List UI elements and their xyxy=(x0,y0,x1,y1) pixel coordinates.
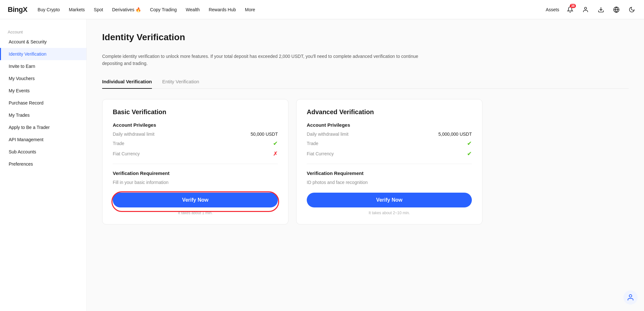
sidebar-item-sub-accounts[interactable]: Sub Accounts xyxy=(0,146,86,158)
basic-withdrawal-value: 50,000 USDT xyxy=(251,132,278,137)
floating-user-icon[interactable] xyxy=(623,290,638,305)
basic-card-title: Basic Verification xyxy=(113,108,278,116)
download-icon[interactable] xyxy=(596,5,605,14)
sidebar-item-my-trades[interactable]: My Trades xyxy=(0,109,86,121)
globe-icon[interactable] xyxy=(612,5,621,14)
basic-row-trade: Trade ✔ xyxy=(113,140,278,147)
sidebar: Account Account & Security Identity Veri… xyxy=(0,19,87,311)
page-title: Identity Verification xyxy=(102,32,629,42)
check-icon-fiat: ✔ xyxy=(467,150,472,157)
sidebar-item-apply-trader[interactable]: Apply to Be a Trader xyxy=(0,121,86,133)
main-nav: Buy Crypto Markets Spot Derivatives 🔥 Co… xyxy=(38,7,546,12)
info-text: Complete identity verification to unlock… xyxy=(102,53,423,67)
sidebar-item-api-management[interactable]: API Management xyxy=(0,133,86,146)
advanced-divider xyxy=(307,164,472,164)
nav-copy-trading[interactable]: Copy Trading xyxy=(150,7,177,12)
basic-verify-btn-wrapper: Verify Now xyxy=(113,193,278,211)
notification-badge: 38 xyxy=(570,4,576,8)
nav-derivatives[interactable]: Derivatives 🔥 xyxy=(112,7,141,12)
sidebar-section-label: Account xyxy=(0,27,86,36)
notification-bell[interactable]: 38 xyxy=(566,5,575,14)
sidebar-item-account-security[interactable]: Account & Security xyxy=(0,36,86,48)
basic-verify-now-button[interactable]: Verify Now xyxy=(113,193,278,207)
sidebar-item-purchase-record[interactable]: Purchase Record xyxy=(0,97,86,109)
theme-toggle[interactable] xyxy=(627,5,636,14)
sidebar-item-invite-to-earn[interactable]: Invite to Earn xyxy=(0,60,86,72)
basic-privileges-title: Account Privileges xyxy=(113,122,278,128)
sidebar-item-identity-verification[interactable]: Identity Verification xyxy=(0,48,86,60)
page-layout: Account Account & Security Identity Veri… xyxy=(0,19,644,311)
sidebar-item-preferences[interactable]: Preferences xyxy=(0,158,86,170)
advanced-trade-label: Trade xyxy=(307,141,467,146)
basic-row-fiat: Fiat Currency ✗ xyxy=(113,150,278,157)
nav-buy-crypto[interactable]: Buy Crypto xyxy=(38,7,60,12)
advanced-verification-card: Advanced Verification Account Privileges… xyxy=(296,99,482,224)
basic-takes-text: It takes about 1 min. xyxy=(113,211,278,215)
verification-cards: Basic Verification Account Privileges Da… xyxy=(102,99,629,224)
nav-wealth[interactable]: Wealth xyxy=(186,7,199,12)
advanced-req-text: ID photos and face recognition xyxy=(307,180,472,185)
user-profile-icon[interactable] xyxy=(581,5,590,14)
nav-markets[interactable]: Markets xyxy=(69,7,85,12)
advanced-row-withdrawal: Daily withdrawal limit 5,000,000 USDT xyxy=(307,132,472,137)
basic-trade-label: Trade xyxy=(113,141,273,146)
nav-more[interactable]: More xyxy=(245,7,255,12)
sidebar-item-my-vouchers[interactable]: My Vouchers xyxy=(0,72,86,85)
logo[interactable]: BingX xyxy=(8,5,27,14)
assets-link[interactable]: Assets xyxy=(546,7,559,12)
nav-rewards-hub[interactable]: Rewards Hub xyxy=(209,7,236,12)
header: BingX Buy Crypto Markets Spot Derivative… xyxy=(0,0,644,19)
basic-req-text: Fill in your basic information xyxy=(113,180,278,185)
basic-verification-card: Basic Verification Account Privileges Da… xyxy=(102,99,288,224)
svg-point-0 xyxy=(585,7,587,9)
advanced-privileges-title: Account Privileges xyxy=(307,122,472,128)
advanced-withdrawal-value: 5,000,000 USDT xyxy=(438,132,472,137)
basic-row-withdrawal: Daily withdrawal limit 50,000 USDT xyxy=(113,132,278,137)
header-right: Assets 38 xyxy=(546,5,636,14)
advanced-row-trade: Trade ✔ xyxy=(307,140,472,147)
advanced-row-fiat: Fiat Currency ✔ xyxy=(307,150,472,157)
basic-req-title: Verification Requirement xyxy=(113,170,278,176)
advanced-withdrawal-label: Daily withdrawal limit xyxy=(307,132,438,137)
advanced-verify-now-button[interactable]: Verify Now xyxy=(307,193,472,207)
basic-withdrawal-label: Daily withdrawal limit xyxy=(113,132,251,137)
advanced-takes-text: It takes about 2~10 min. xyxy=(307,211,472,215)
check-icon-trade: ✔ xyxy=(467,140,472,147)
advanced-card-title: Advanced Verification xyxy=(307,108,472,116)
svg-point-4 xyxy=(629,295,632,297)
tab-individual[interactable]: Individual Verification xyxy=(102,75,152,89)
main-content: Identity Verification Complete identity … xyxy=(87,19,644,311)
verification-tabs: Individual Verification Entity Verificat… xyxy=(102,75,629,89)
advanced-fiat-label: Fiat Currency xyxy=(307,151,467,156)
nav-spot[interactable]: Spot xyxy=(94,7,103,12)
basic-divider xyxy=(113,164,278,164)
advanced-verify-btn-wrapper: Verify Now xyxy=(307,193,472,211)
sidebar-item-my-events[interactable]: My Events xyxy=(0,85,86,97)
check-icon: ✔ xyxy=(273,140,278,147)
cross-icon: ✗ xyxy=(273,150,278,157)
tab-entity[interactable]: Entity Verification xyxy=(162,75,199,89)
advanced-req-title: Verification Requirement xyxy=(307,170,472,176)
basic-fiat-label: Fiat Currency xyxy=(113,151,273,156)
